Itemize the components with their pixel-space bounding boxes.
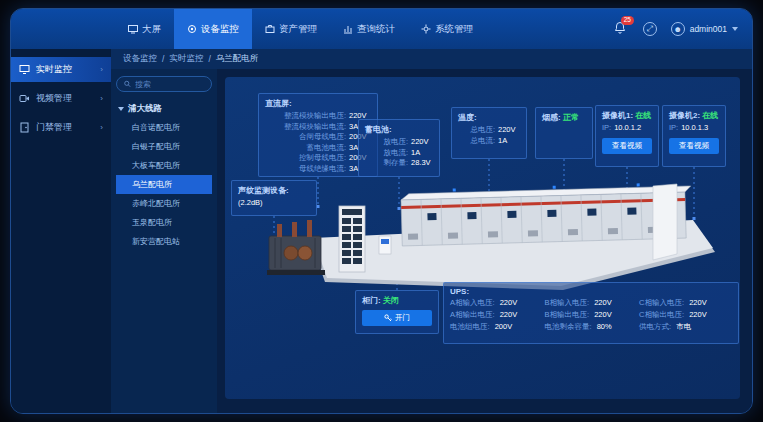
chevron-right-icon: › (100, 123, 103, 132)
ups-cell: A相输入电压: 220V (450, 298, 539, 308)
ups-cell: B相输出电压: 220V (545, 310, 634, 320)
panel-title: 柜门: 关闭 (362, 295, 432, 306)
battery-panel: 蓄电池: 放电压:220V 放电流:1A 剩存量:28.3V (358, 119, 440, 177)
station-main-view: 直流屏: 整流模块输出电压:220V 整流模块输出电流:3A 合闸母线电压:20… (225, 77, 740, 399)
panel-title: 温度: (458, 112, 520, 123)
tree-item[interactable]: 白音诺配电所 (116, 118, 212, 137)
nav-label: 大屏 (142, 23, 161, 36)
field-label: 蓄电池电流: (265, 143, 346, 154)
view-video-button[interactable]: 查看视频 (602, 138, 652, 154)
realtime-monitor-icon (19, 64, 30, 75)
ups-cell: A相输出电压: 220V (450, 310, 539, 320)
open-door-button[interactable]: 开门 (362, 310, 432, 326)
field-label: A相输出电压: (450, 310, 495, 319)
search-icon (124, 80, 131, 88)
station-tree-panel: 浦大线路 白音诺配电所 白银子配电所 大板车配电所 乌兰配电所 赤峰北配电所 玉… (111, 69, 217, 413)
field-label: B相输出电压: (545, 310, 590, 319)
breadcrumb-item-current: 乌兰配电所 (216, 53, 259, 65)
field-label: 整流模块输出电压: (265, 111, 346, 122)
field-label: 电池剩余容量: (545, 322, 592, 331)
field-label: 放电流: (365, 148, 408, 159)
nav-item-statistics[interactable]: 查询统计 (330, 9, 408, 49)
main-nav: 大屏 设备监控 资产管理 查询统计 系统管理 (115, 9, 486, 49)
notifications-button[interactable]: 25 (613, 21, 629, 37)
camera1-label: 摄像机1: (602, 111, 633, 120)
ups-cell: 电池组电压: 200V (450, 322, 539, 332)
field-value: 1A (411, 148, 433, 159)
sidebar-item-video[interactable]: 视频管理 › (11, 86, 111, 111)
noise-value: (2.2dB) (238, 198, 263, 209)
ups-cell: C相输出电压: 220V (639, 310, 732, 320)
tree-search (116, 76, 212, 92)
breadcrumb-item[interactable]: 实时监控 (169, 53, 203, 65)
breadcrumb: 设备监控 / 实时监控 / 乌兰配电所 (111, 49, 752, 69)
primary-sidebar: 实时监控 › 视频管理 › 门禁管理 › (11, 49, 111, 413)
ups-cell: B相输入电压: 220V (545, 298, 634, 308)
sidebar-item-label: 实时监控 (36, 63, 94, 76)
nav-label: 资产管理 (279, 23, 317, 36)
camera2-panel: 摄像机2: 在线 IP:10.0.1.3 查看视频 (662, 105, 726, 167)
chevron-right-icon: › (100, 65, 103, 74)
field-label: C相输出电压: (639, 310, 684, 319)
breadcrumb-separator: / (208, 54, 210, 64)
noise-monitor-panel: 声纹监测设备: (2.2dB) (231, 180, 317, 216)
panel-title: 摄像机1: 在线 (602, 110, 652, 121)
tree-item[interactable]: 白银子配电所 (116, 137, 212, 156)
field-label: A相输入电压: (450, 298, 495, 307)
view-video-button[interactable]: 查看视频 (669, 138, 719, 154)
smoke-sensor-panel: 烟感: 正常 (535, 107, 593, 159)
breadcrumb-item[interactable]: 设备监控 (123, 53, 157, 65)
fullscreen-button[interactable]: ⤢ (643, 22, 657, 36)
key-icon (384, 314, 392, 322)
door-label: 柜门: (362, 296, 381, 305)
field-value: 200V (495, 322, 513, 331)
sidebar-item-label: 门禁管理 (36, 121, 94, 134)
temperature-panel: 温度: 总电压:220V 总电流:1A (451, 107, 527, 159)
notification-badge: 25 (621, 16, 634, 25)
field-label: 放电压: (365, 137, 408, 148)
field-value: 80% (597, 322, 612, 331)
tree-item[interactable]: 赤峰北配电所 (116, 194, 212, 213)
username: admin001 (690, 24, 727, 34)
sidebar-item-access[interactable]: 门禁管理 › (11, 115, 111, 140)
camera2-status: 在线 (702, 111, 718, 120)
tree-group-header[interactable]: 浦大线路 (116, 100, 212, 118)
smoke-status: 正常 (563, 113, 579, 122)
tree-item[interactable]: 新安营配电站 (116, 232, 212, 251)
field-value: 市电 (676, 322, 691, 331)
ups-cell: 电池剩余容量: 80% (545, 322, 634, 332)
camera1-status: 在线 (635, 111, 651, 120)
panel-title: 烟感: 正常 (542, 112, 586, 123)
camera2-label: 摄像机2: (669, 111, 700, 120)
topbar-actions: 25 ⤢ ☻ admin001 (613, 21, 738, 37)
sidebar-item-realtime[interactable]: 实时监控 › (11, 57, 111, 82)
sidebar-item-label: 视频管理 (36, 92, 94, 105)
door-icon (19, 122, 30, 133)
nav-item-assets[interactable]: 资产管理 (252, 9, 330, 49)
ip-value: 10.0.1.3 (681, 123, 708, 134)
tree-item-selected[interactable]: 乌兰配电所 (116, 175, 212, 194)
ip-label: IP: (602, 123, 611, 134)
field-label: 控制母线电压: (265, 153, 346, 164)
field-value: 220V (411, 137, 433, 148)
ups-panel: UPS: A相输入电压: 220V B相输入电压: 220V C相输入电压: 2… (443, 282, 739, 344)
nav-item-device-monitor[interactable]: 设备监控 (174, 9, 252, 49)
search-input[interactable] (135, 80, 204, 89)
video-icon (19, 93, 30, 104)
field-label: 整流模块输出电流: (265, 122, 346, 133)
caret-down-icon (118, 107, 124, 111)
top-navbar: 大屏 设备监控 资产管理 查询统计 系统管理 25 (11, 9, 752, 49)
breadcrumb-separator: / (162, 54, 164, 64)
ups-cell: C相输入电压: 220V (639, 298, 732, 308)
tree-item[interactable]: 玉泉配电所 (116, 213, 212, 232)
nav-item-dashboard[interactable]: 大屏 (115, 9, 174, 49)
nav-item-system[interactable]: 系统管理 (408, 9, 486, 49)
user-menu[interactable]: ☻ admin001 (671, 22, 738, 36)
nav-label: 设备监控 (201, 23, 239, 36)
power-room-illustration (253, 170, 717, 298)
settings-icon (421, 24, 431, 34)
cabinet-door-panel: 柜门: 关闭 开门 (355, 290, 439, 334)
field-label: 总电流: (458, 136, 495, 147)
field-value: 220V (500, 298, 518, 307)
tree-item[interactable]: 大板车配电所 (116, 156, 212, 175)
